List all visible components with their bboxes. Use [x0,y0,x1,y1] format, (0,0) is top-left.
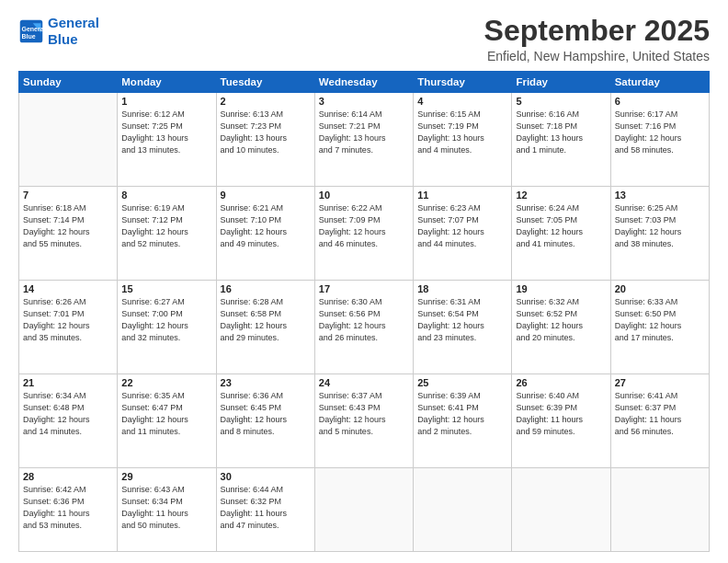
table-row: 18Sunrise: 6:31 AM Sunset: 6:54 PM Dayli… [414,281,512,374]
col-friday: Friday [512,72,610,93]
svg-text:Blue: Blue [22,33,36,40]
day-info: Sunrise: 6:17 AM Sunset: 7:16 PM Dayligh… [615,109,705,156]
day-info: Sunrise: 6:19 AM Sunset: 7:12 PM Dayligh… [121,202,211,250]
day-info: Sunrise: 6:25 AM Sunset: 7:03 PM Dayligh… [615,202,705,250]
col-tuesday: Tuesday [216,72,314,93]
table-row: 22Sunrise: 6:35 AM Sunset: 6:47 PM Dayli… [118,374,216,468]
day-number: 22 [121,377,211,388]
day-number: 10 [319,190,409,201]
table-row [512,468,610,552]
day-info: Sunrise: 6:39 AM Sunset: 6:41 PM Dayligh… [417,390,507,438]
day-number: 25 [417,377,507,388]
day-info: Sunrise: 6:31 AM Sunset: 6:54 PM Dayligh… [417,296,507,344]
table-row: 25Sunrise: 6:39 AM Sunset: 6:41 PM Dayli… [414,374,512,468]
day-number: 9 [221,190,311,201]
day-number: 14 [23,283,113,294]
logo-text: General Blue [48,15,99,48]
day-number: 19 [516,283,606,294]
day-info: Sunrise: 6:23 AM Sunset: 7:07 PM Dayligh… [417,202,507,250]
day-info: Sunrise: 6:16 AM Sunset: 7:18 PM Dayligh… [516,109,606,156]
day-number: 21 [23,377,113,388]
day-info: Sunrise: 6:22 AM Sunset: 7:09 PM Dayligh… [319,202,409,250]
day-number: 24 [319,377,409,388]
table-row [19,93,118,187]
table-row [610,468,709,552]
table-row: 27Sunrise: 6:41 AM Sunset: 6:37 PM Dayli… [610,374,709,468]
day-number: 16 [221,283,311,294]
day-number: 15 [121,283,211,294]
logo: General Blue General Blue [18,15,99,48]
logo-icon: General Blue [18,18,44,44]
table-row: 26Sunrise: 6:40 AM Sunset: 6:39 PM Dayli… [512,374,610,468]
col-monday: Monday [118,72,216,93]
day-number: 8 [121,190,211,201]
table-row: 30Sunrise: 6:44 AM Sunset: 6:32 PM Dayli… [216,468,314,552]
day-info: Sunrise: 6:44 AM Sunset: 6:32 PM Dayligh… [221,484,311,532]
day-info: Sunrise: 6:42 AM Sunset: 6:36 PM Dayligh… [23,484,113,532]
day-info: Sunrise: 6:14 AM Sunset: 7:21 PM Dayligh… [319,109,409,156]
table-row: 3Sunrise: 6:14 AM Sunset: 7:21 PM Daylig… [314,93,413,187]
col-sunday: Sunday [19,72,118,93]
day-info: Sunrise: 6:32 AM Sunset: 6:52 PM Dayligh… [516,296,606,344]
table-row: 14Sunrise: 6:26 AM Sunset: 7:01 PM Dayli… [19,281,118,374]
day-info: Sunrise: 6:41 AM Sunset: 6:37 PM Dayligh… [615,390,705,438]
day-info: Sunrise: 6:28 AM Sunset: 6:58 PM Dayligh… [221,296,311,344]
day-number: 28 [23,471,113,482]
day-number: 4 [417,96,507,107]
day-number: 23 [221,377,311,388]
day-number: 13 [615,190,705,201]
col-wednesday: Wednesday [314,72,413,93]
title-area: September 2025 Enfield, New Hampshire, U… [484,15,710,63]
day-number: 26 [516,377,606,388]
table-row: 24Sunrise: 6:37 AM Sunset: 6:43 PM Dayli… [314,374,413,468]
table-row: 2Sunrise: 6:13 AM Sunset: 7:23 PM Daylig… [216,93,314,187]
table-row [314,468,413,552]
table-row: 19Sunrise: 6:32 AM Sunset: 6:52 PM Dayli… [512,281,610,374]
day-info: Sunrise: 6:40 AM Sunset: 6:39 PM Dayligh… [516,390,606,438]
table-row: 21Sunrise: 6:34 AM Sunset: 6:48 PM Dayli… [19,374,118,468]
table-row: 10Sunrise: 6:22 AM Sunset: 7:09 PM Dayli… [314,187,413,281]
table-row [414,468,512,552]
table-row: 16Sunrise: 6:28 AM Sunset: 6:58 PM Dayli… [216,281,314,374]
table-row: 9Sunrise: 6:21 AM Sunset: 7:10 PM Daylig… [216,187,314,281]
day-info: Sunrise: 6:15 AM Sunset: 7:19 PM Dayligh… [417,109,507,156]
day-info: Sunrise: 6:24 AM Sunset: 7:05 PM Dayligh… [516,202,606,250]
day-number: 12 [516,190,606,201]
calendar-header-row: Sunday Monday Tuesday Wednesday Thursday… [19,72,710,93]
table-row: 8Sunrise: 6:19 AM Sunset: 7:12 PM Daylig… [118,187,216,281]
day-info: Sunrise: 6:33 AM Sunset: 6:50 PM Dayligh… [615,296,705,344]
day-number: 3 [319,96,409,107]
day-info: Sunrise: 6:35 AM Sunset: 6:47 PM Dayligh… [121,390,211,438]
calendar-table: Sunday Monday Tuesday Wednesday Thursday… [18,71,710,552]
day-number: 17 [319,283,409,294]
day-info: Sunrise: 6:18 AM Sunset: 7:14 PM Dayligh… [23,202,113,250]
month-title: September 2025 [484,15,710,47]
table-row: 23Sunrise: 6:36 AM Sunset: 6:45 PM Dayli… [216,374,314,468]
table-row: 15Sunrise: 6:27 AM Sunset: 7:00 PM Dayli… [118,281,216,374]
day-number: 6 [615,96,705,107]
table-row: 11Sunrise: 6:23 AM Sunset: 7:07 PM Dayli… [414,187,512,281]
svg-text:General: General [22,26,45,32]
day-number: 27 [615,377,705,388]
table-row: 17Sunrise: 6:30 AM Sunset: 6:56 PM Dayli… [314,281,413,374]
page: General Blue General Blue September 2025… [0,0,728,563]
col-saturday: Saturday [610,72,709,93]
day-info: Sunrise: 6:26 AM Sunset: 7:01 PM Dayligh… [23,296,113,344]
day-number: 20 [615,283,705,294]
day-number: 11 [417,190,507,201]
day-number: 18 [417,283,507,294]
table-row: 6Sunrise: 6:17 AM Sunset: 7:16 PM Daylig… [610,93,709,187]
day-number: 5 [516,96,606,107]
table-row: 5Sunrise: 6:16 AM Sunset: 7:18 PM Daylig… [512,93,610,187]
day-number: 2 [221,96,311,107]
day-info: Sunrise: 6:12 AM Sunset: 7:25 PM Dayligh… [121,109,211,156]
day-number: 7 [23,190,113,201]
day-number: 1 [121,96,211,107]
table-row: 20Sunrise: 6:33 AM Sunset: 6:50 PM Dayli… [610,281,709,374]
day-info: Sunrise: 6:27 AM Sunset: 7:00 PM Dayligh… [121,296,211,344]
header: General Blue General Blue September 2025… [18,15,710,63]
day-info: Sunrise: 6:36 AM Sunset: 6:45 PM Dayligh… [221,390,311,438]
table-row: 28Sunrise: 6:42 AM Sunset: 6:36 PM Dayli… [19,468,118,552]
day-number: 30 [221,471,311,482]
table-row: 1Sunrise: 6:12 AM Sunset: 7:25 PM Daylig… [118,93,216,187]
